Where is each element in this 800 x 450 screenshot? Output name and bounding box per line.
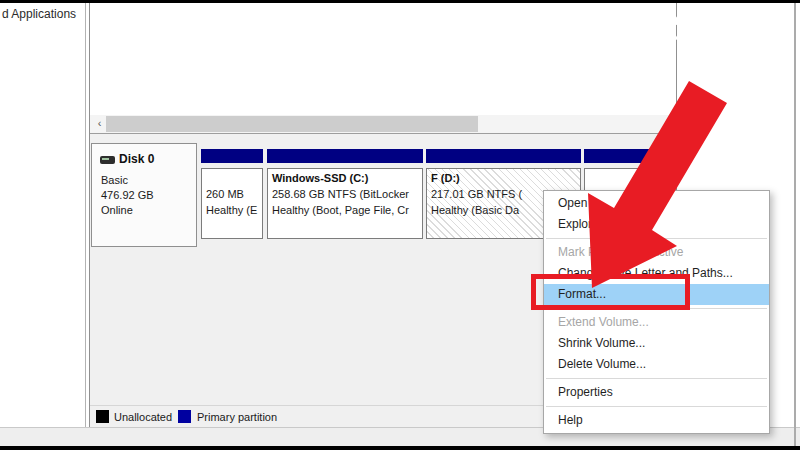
menu-item-shrink-volume[interactable]: Shrink Volume... bbox=[544, 333, 769, 354]
legend-label-primary: Primary partition bbox=[197, 411, 277, 423]
partition-efi[interactable]: 260 MB Healthy (E bbox=[201, 147, 263, 239]
partition-bar bbox=[426, 149, 581, 163]
partition-bar bbox=[584, 149, 671, 163]
partition-bar bbox=[267, 149, 423, 163]
disk0-header[interactable]: Disk 0 Basic 476.92 GB Online bbox=[91, 143, 197, 247]
disk-status: Online bbox=[101, 204, 133, 216]
menu-item-mark-partition-active: Mark Partition as Active bbox=[544, 242, 769, 263]
menu-item-open[interactable]: Open bbox=[544, 193, 769, 214]
scroll-right-icon[interactable]: › bbox=[659, 115, 674, 133]
disk-name: Disk 0 bbox=[119, 152, 154, 166]
console-tree-panel: d Applications bbox=[0, 3, 86, 427]
partition-status: Healthy (Boot, Page File, Cr bbox=[272, 204, 422, 220]
screenshot-canvas: d Applications ‹ › Disk 0 Basic 476.92 G… bbox=[0, 0, 800, 450]
menu-item-explore[interactable]: Explore bbox=[544, 214, 769, 235]
bottom-border bbox=[0, 446, 800, 450]
volume-list-pane bbox=[90, 3, 676, 133]
partition-bar bbox=[201, 149, 263, 163]
partition-size: 260 MB bbox=[206, 188, 262, 204]
menu-item-help[interactable]: Help bbox=[544, 410, 769, 431]
disk-size: 476.92 GB bbox=[101, 189, 154, 201]
partition-name: F (D:) bbox=[431, 172, 580, 188]
menu-separator bbox=[546, 406, 767, 407]
disk-type: Basic bbox=[101, 174, 128, 186]
legend-label-unallocated: Unallocated bbox=[114, 411, 172, 423]
sidebar-item-applications[interactable]: d Applications bbox=[2, 7, 76, 21]
horizontal-scrollbar[interactable]: ‹ › bbox=[90, 115, 676, 133]
disk-icon bbox=[100, 156, 115, 164]
menu-item-properties[interactable]: Properties bbox=[544, 382, 769, 403]
context-menu: Open Explore Mark Partition as Active Ch… bbox=[543, 190, 770, 434]
partition-c[interactable]: Windows-SSD (C:) 258.68 GB NTFS (BitLock… bbox=[267, 147, 423, 239]
partition-status: Healthy (E bbox=[206, 204, 262, 220]
partition-name bbox=[206, 172, 262, 188]
scroll-left-icon[interactable]: ‹ bbox=[92, 115, 107, 133]
partition-size: 258.68 GB NTFS (BitLocker bbox=[272, 188, 422, 204]
legend-swatch-unallocated bbox=[96, 410, 109, 423]
window-right-border bbox=[794, 3, 796, 446]
scrollbar-thumb[interactable] bbox=[106, 116, 478, 132]
menu-item-delete-volume[interactable]: Delete Volume... bbox=[544, 354, 769, 375]
legend-swatch-primary bbox=[178, 410, 191, 423]
partition-name: Windows-SSD (C:) bbox=[272, 172, 422, 188]
menu-item-extend-volume: Extend Volume... bbox=[544, 312, 769, 333]
highlight-box-annotation bbox=[531, 274, 690, 310]
menu-separator bbox=[546, 238, 767, 239]
menu-separator bbox=[546, 378, 767, 379]
partition-name bbox=[589, 172, 670, 188]
